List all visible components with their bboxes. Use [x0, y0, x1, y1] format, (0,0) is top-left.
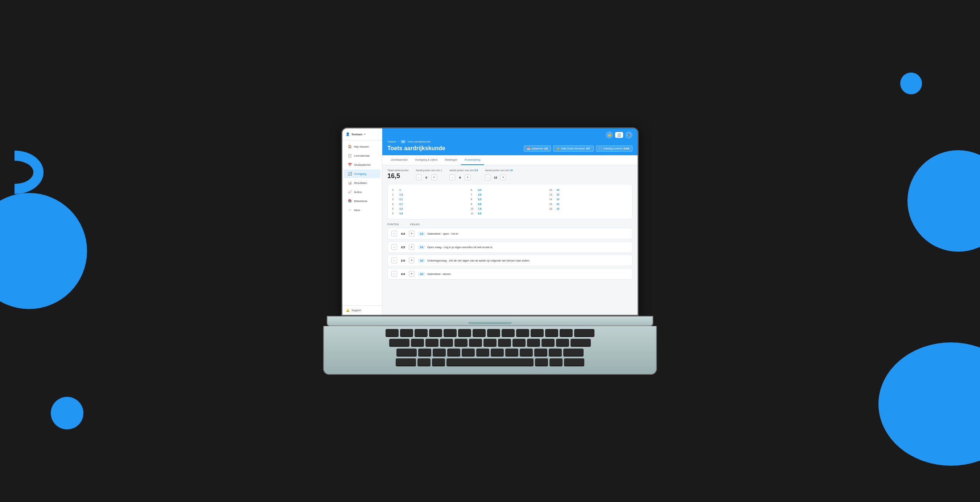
- key: [440, 339, 453, 347]
- breadcrumb-badge: A: [401, 140, 406, 143]
- key: [400, 329, 413, 337]
- key: [498, 339, 511, 347]
- question-info: 4A Gatentekst - kiezen: [418, 272, 628, 276]
- question-minus-button[interactable]: -: [391, 258, 397, 263]
- sidebar-footer[interactable]: 🔔 Support: [342, 305, 382, 315]
- score-val: 3,3: [399, 207, 403, 210]
- question-plus-button[interactable]: +: [409, 244, 415, 250]
- sidebar-item-lesmateriaal[interactable]: 📋 Lesmateriaal: [344, 151, 380, 160]
- sidebar-item-auteur[interactable]: 📈 Auteur: [344, 188, 380, 196]
- question-plus-button[interactable]: +: [409, 258, 415, 263]
- sidebar-item-label: Meer: [354, 209, 360, 212]
- question-card: - 2.0 + 3A Ordeningsvraag - Zet de vier …: [387, 255, 633, 266]
- sidebar-item-voortgang[interactable]: 🔄 Voortgang: [344, 169, 380, 178]
- support-icon: 🔔: [346, 309, 349, 312]
- sidebar-item-label: Auteur: [354, 190, 362, 194]
- score-val: 10: [556, 193, 559, 196]
- score-table-card: 0 1 6 4,4 12 10 1 1,6 7 4,9 13 10 2 2,1: [387, 184, 633, 220]
- score-num: 8: [471, 198, 476, 201]
- question-stepper: - 3,5 +: [391, 244, 415, 250]
- key: [447, 349, 460, 357]
- question-badge: 1A: [418, 232, 425, 236]
- question-plus-button[interactable]: +: [409, 231, 415, 236]
- question-minus-button[interactable]: -: [391, 271, 397, 277]
- key: [429, 329, 442, 337]
- page-title: Toets aardrijkskunde: [387, 145, 445, 151]
- volledig-scherm-value: AAN: [624, 147, 629, 150]
- sidebar-item-studieplanner[interactable]: 📅 Studieplanner: [344, 160, 380, 169]
- laptop-keyboard-area: [323, 326, 657, 375]
- score-val: 10: [556, 203, 559, 205]
- key: [458, 329, 471, 337]
- chevron-down-icon: ▾: [364, 133, 366, 135]
- fullscreen-icon: ⛶: [599, 147, 602, 150]
- key: [505, 349, 518, 357]
- volledig-scherm-label: Volledig scherm: [603, 147, 622, 150]
- laptop-container: 👤 Toetsen ▾ 🏠 Mijn klassen 📋 Lesmateriaa…: [323, 127, 657, 375]
- volledig-scherm-button[interactable]: ⛶ Volledig scherm AAN: [596, 145, 633, 151]
- voor55-plus-button[interactable]: +: [465, 174, 471, 180]
- score-num: 15: [549, 203, 554, 205]
- sidebar-item-resultaten[interactable]: 📊 Resultaten: [344, 178, 380, 187]
- key: [425, 339, 439, 347]
- progress-icon: 🔄: [347, 172, 352, 176]
- key: [571, 339, 591, 347]
- laptop-base: [327, 316, 653, 326]
- question-minus-button[interactable]: -: [391, 231, 397, 236]
- volume-button[interactable]: 🔊: [625, 131, 633, 139]
- punten-label: PUNTEN: [387, 223, 399, 226]
- sidebar-header[interactable]: 👤 Toetsen ▾: [342, 128, 382, 140]
- voor10-minus-button[interactable]: -: [485, 174, 491, 180]
- voor55-minus-button[interactable]: -: [449, 174, 455, 180]
- voor10-label: Aantal punten voor een 10: [485, 169, 512, 172]
- refresh-button[interactable]: 🔄: [615, 132, 623, 138]
- score-val: 10: [556, 189, 559, 191]
- voor1-section: Aantal punten voor een 1 - 0 +: [416, 169, 442, 180]
- key: [512, 339, 525, 347]
- question-card: - 3,5 + 2A Open vraag - Leg in je eigen …: [387, 241, 633, 253]
- sidebar-item-bibliotheek[interactable]: 📚 Bibliotheek: [344, 197, 380, 205]
- tab-zichtbaarheid[interactable]: Zichtbaarheid: [387, 155, 411, 165]
- question-badge: 2A: [418, 245, 425, 249]
- voor10-stepper: - 12 +: [485, 174, 512, 180]
- sidebar-item-mijn-klassen[interactable]: 🏠 Mijn klassen: [344, 142, 380, 151]
- key: [396, 349, 417, 357]
- question-stepper: - 4.0 +: [391, 231, 415, 236]
- score-val: 2,1: [399, 198, 403, 201]
- score-num: 3: [392, 203, 397, 205]
- score-num: 1: [392, 193, 397, 196]
- inplannen-button[interactable]: 📅 Inplannen (0): [524, 145, 551, 151]
- sidebar-item-label: Resultaten: [354, 182, 367, 185]
- key: [385, 329, 399, 337]
- score-val: 4,4: [478, 189, 482, 191]
- score-num: 16: [549, 207, 554, 210]
- key: [444, 329, 457, 337]
- voor1-minus-button[interactable]: -: [416, 174, 422, 180]
- tab-meldingen[interactable]: Meldingen: [441, 155, 461, 165]
- question-card: - 4.0 + 1A Gatentekst - open - Vul in:: [387, 228, 633, 239]
- question-plus-button[interactable]: +: [409, 271, 415, 277]
- key: [418, 349, 431, 357]
- questions-list: - 4.0 + 1A Gatentekst - open - Vul in: -…: [387, 228, 633, 280]
- voor55-section: Aantal punten voor een 5,5 - 8 +: [449, 169, 478, 180]
- tab-puntentelling[interactable]: Puntentelling: [461, 155, 484, 165]
- thumbs-up-button[interactable]: 👍: [606, 131, 613, 139]
- key: [520, 349, 533, 357]
- score-num: 14: [549, 198, 554, 201]
- safe-exam-label: Safe Exam Browser: [561, 147, 585, 150]
- voor1-plus-button[interactable]: +: [431, 174, 437, 180]
- tab-voortgang-cijfers[interactable]: Voortgang & cijfers: [411, 155, 441, 165]
- blob-left-arc: [0, 151, 43, 194]
- question-minus-button[interactable]: -: [391, 244, 397, 250]
- support-label: Support: [352, 309, 361, 312]
- header-top-icons: 👍 🔄 🔊: [387, 131, 633, 139]
- score-num: 5: [392, 212, 397, 215]
- inplannen-label: Inplannen: [531, 147, 543, 150]
- voor10-plus-button[interactable]: +: [500, 174, 506, 180]
- sidebar-item-meer[interactable]: ⋯ Meer: [344, 206, 380, 214]
- score-row: 9 6,6: [471, 202, 549, 206]
- safe-exam-button[interactable]: 🔒 Safe Exam Browser UIT: [553, 145, 593, 151]
- key: [516, 329, 529, 337]
- score-num: 0: [392, 189, 397, 191]
- laptop-notch: [468, 322, 512, 324]
